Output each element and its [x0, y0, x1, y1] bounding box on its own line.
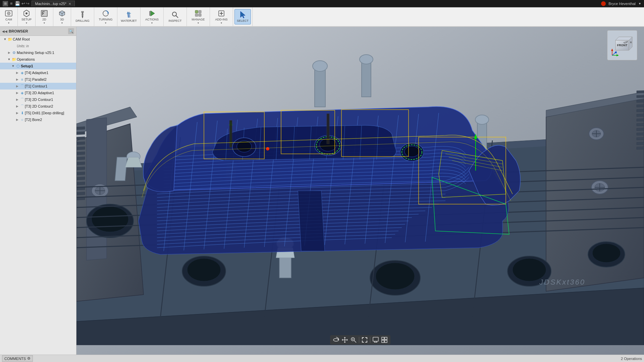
zoom-button[interactable] [350, 336, 358, 344]
svg-point-107 [475, 115, 489, 124]
browser-collapse-btn[interactable]: ◀◀ [2, 29, 7, 33]
drilling-button[interactable]: DRILLING [72, 9, 93, 24]
actions-button[interactable]: ACTIONS ▼ [142, 8, 162, 26]
scene-svg: JDSKxt360 [76, 27, 644, 355]
tree-item-units[interactable]: Units: in [0, 43, 76, 49]
drilling-label: DRILLING [75, 19, 90, 23]
svg-point-103 [313, 61, 327, 71]
svg-rect-189 [385, 337, 387, 340]
tree-item-cam-root[interactable]: ▼ 📁 CAM Root [0, 36, 76, 43]
app-icon: ⊞ [3, 1, 8, 6]
tab-close-btn[interactable]: ✕ [68, 2, 71, 6]
grid-display-button[interactable] [380, 336, 388, 344]
select-button[interactable]: SELECT [234, 9, 251, 24]
cam-button[interactable]: CAM ▼ [1, 8, 16, 26]
expand-t3-2d-contour1[interactable]: ▶ [15, 98, 19, 101]
addins-button[interactable]: ADD-INS ▼ [211, 8, 231, 26]
addins-label: ADD-INS [215, 18, 227, 21]
expand-t1-parallel[interactable]: ▶ [15, 78, 19, 81]
svg-rect-34 [76, 162, 85, 165]
tree-item-t5-drill[interactable]: ▶ ⬇ [T5] Drill1 [Deep drilling] [0, 110, 76, 116]
tree-item-machining-setup[interactable]: ▶ ⚙ Machining Setup v25:1 [0, 49, 76, 56]
expand-t4[interactable]: ▶ [15, 71, 19, 74]
svg-rect-14 [195, 14, 198, 16]
user-area: Bryce Heventhal ▼ [601, 1, 641, 6]
svg-point-74 [376, 263, 415, 290]
expand-setup1[interactable]: ▼ [11, 64, 15, 68]
comments-section[interactable]: COMMENTS ⚙ [2, 355, 33, 362]
file-menu-icon[interactable]: ≡ [10, 1, 13, 6]
setup-button[interactable]: SETUP ▼ [19, 8, 34, 26]
user-name: Bryce Heventhal [608, 2, 636, 6]
svg-marker-168 [344, 337, 346, 338]
svg-marker-169 [344, 342, 346, 343]
svg-rect-191 [385, 340, 387, 343]
tree-item-operations[interactable]: ▼ 📁 Operations [0, 56, 76, 63]
drilling-icon [78, 11, 87, 19]
titlebar: ⊞ ≡ 💾 ↩ ↪ Machinin...tup v25* ✕ Bryce He… [0, 0, 644, 7]
svg-marker-159 [611, 49, 613, 51]
settings-icon[interactable]: ⚙ [27, 356, 31, 361]
waterjet-button[interactable]: WATERJET [119, 9, 139, 24]
cam-root-icon: 📁 [7, 37, 13, 42]
t3-2d-contour1-icon: ⌒ [19, 97, 25, 102]
svg-rect-149 [229, 120, 232, 147]
expand-t1-contour[interactable]: ▶ [15, 84, 19, 88]
svg-rect-177 [362, 337, 363, 339]
setup-label: SETUP [21, 18, 32, 21]
3d-viewport[interactable]: JDSKxt360 FRONT TOP R [76, 27, 644, 355]
save-icon[interactable]: 💾 [15, 1, 20, 6]
active-tab[interactable]: Machinin...tup v25* ✕ [32, 1, 75, 6]
browser-header: ◀◀ BROWSER 🔍 [0, 27, 76, 36]
expand-t3-2d-adaptive[interactable]: ▶ [15, 91, 19, 95]
redo-icon[interactable]: ↪ [26, 1, 30, 6]
3d-button[interactable]: 3D ▼ [55, 8, 69, 26]
expand-cam-root[interactable]: ▼ [3, 38, 7, 41]
tree-item-t3-2d-contour2[interactable]: ▶ ⌒ [T3] 2D Contour2 [0, 103, 76, 110]
setup-icon [22, 9, 31, 17]
pan-button[interactable] [341, 336, 349, 344]
svg-rect-12 [195, 10, 198, 13]
actions-icon [148, 9, 156, 17]
expand-machining-setup[interactable]: ▶ [7, 51, 11, 54]
expand-t5-drill[interactable]: ▶ [15, 111, 19, 115]
manage-button[interactable]: MANAGE ▼ [188, 8, 208, 26]
machining-setup-icon: ⚙ [11, 50, 17, 55]
svg-line-11 [176, 16, 178, 18]
expand-t2-bore[interactable]: ▶ [15, 118, 19, 121]
display-mode-button[interactable] [372, 336, 380, 344]
cam-root-label: CAM Root [13, 37, 76, 41]
svg-rect-29 [76, 137, 85, 140]
svg-marker-161 [616, 54, 619, 56]
addins-icon [217, 9, 225, 17]
tab-title: Machinin...tup v25* [35, 2, 67, 6]
tree-item-t4-adaptive[interactable]: ▶ ◈ [T4] Adaptive1 [0, 69, 76, 76]
record-button[interactable] [601, 1, 606, 6]
tree-item-t1-contour[interactable]: ▶ ⌒ [T1] Contour1 [0, 83, 76, 89]
inspect-button[interactable]: INSPECT [165, 9, 185, 24]
svg-rect-28 [76, 132, 85, 135]
svg-point-70 [92, 206, 128, 232]
2d-icon [40, 9, 48, 17]
fit-button[interactable] [361, 336, 369, 344]
turning-button[interactable]: TURNING ▼ [96, 8, 116, 26]
tree-item-t2-bore[interactable]: ▶ ○ [T2] Bore2 [0, 116, 76, 123]
waterjet-icon [125, 11, 133, 19]
t1-contour-icon: ⌒ [19, 83, 25, 89]
undo-icon[interactable]: ↩ [21, 1, 25, 6]
tree-item-setup1[interactable]: ▼ ⬡ Setup1 [0, 63, 76, 69]
tree-item-t1-parallel[interactable]: ▶ ≡ [T1] Parallel2 [0, 76, 76, 83]
tree-item-t3-2d-adaptive[interactable]: ▶ ◈ [T3] 2D Adaptive1 [0, 89, 76, 96]
svg-rect-57 [637, 133, 644, 135]
toolbar-group-cam: CAM ▼ [0, 7, 18, 26]
svg-rect-33 [76, 157, 85, 160]
user-menu-arrow[interactable]: ▼ [638, 2, 641, 5]
viewcube[interactable]: FRONT TOP R [607, 30, 637, 60]
svg-rect-102 [315, 67, 325, 107]
orbit-button[interactable] [332, 336, 340, 344]
tree-item-t3-2d-contour1[interactable]: ▶ ⌒ [T3] 2D Contour1 [0, 96, 76, 103]
browser-search-btn[interactable]: 🔍 [68, 28, 74, 34]
expand-operations[interactable]: ▼ [7, 58, 11, 61]
expand-t3-2d-contour2[interactable]: ▶ [15, 105, 19, 108]
2d-button[interactable]: 2D ▼ [37, 8, 52, 26]
